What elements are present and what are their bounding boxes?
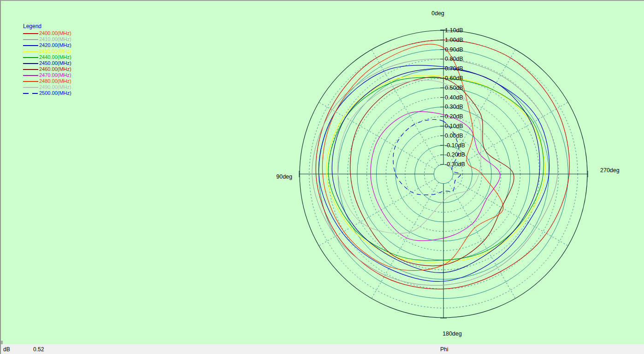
legend-line-swatch: [23, 69, 38, 70]
legend-entry[interactable]: 2460.00(MHz): [23, 66, 71, 72]
series-curve: [328, 77, 544, 261]
legend-line-swatch: [23, 33, 38, 34]
legend-line-swatch: [23, 81, 38, 82]
angle-label: 270deg: [600, 167, 620, 174]
radial-tick-label: 1.00dB: [445, 37, 463, 43]
legend-entry-label: 2440.00(MHz): [39, 54, 71, 60]
status-axis-label: Phi: [440, 346, 448, 353]
radial-tick-label: 0.80dB: [445, 56, 463, 62]
legend-line-swatch: [23, 39, 38, 40]
legend-line-swatch: [23, 45, 38, 46]
legend-entry[interactable]: 2500.00(MHz): [23, 90, 71, 96]
legend-entry[interactable]: 2440.00(MHz): [23, 54, 71, 60]
legend-entry-label: 2460.00(MHz): [39, 66, 71, 72]
legend-title: Legend: [23, 23, 71, 29]
series-curve: [326, 75, 545, 262]
radial-tick-label: -0.30dB: [445, 161, 465, 168]
legend-entry-label: 2420.00(MHz): [39, 42, 71, 48]
radial-tick-label: 0.70dB: [445, 65, 463, 72]
legend-entry[interactable]: 2430.00(MHz): [23, 48, 71, 54]
status-bar: dB 0.52 Phi: [1, 344, 644, 354]
status-cursor-value: 0.52: [33, 346, 44, 353]
plot-window: 1.10dB1.00dB0.90dB0.80dB0.70dB0.60dB0.50…: [0, 0, 644, 354]
legend-entry[interactable]: 2450.00(MHz): [23, 60, 71, 66]
legend-line-swatch: [23, 51, 38, 52]
legend-entry[interactable]: 2490.00(MHz): [23, 84, 71, 90]
legend-entry[interactable]: 2420.00(MHz): [23, 42, 71, 48]
radial-tick-label: 1.10dB: [445, 27, 463, 34]
series-curve: [350, 77, 514, 266]
legend-line-swatch: [23, 75, 38, 76]
radial-tick-label: 0.40dB: [445, 94, 463, 101]
legend-entry-label: 2500.00(MHz): [39, 90, 71, 96]
legend-line-swatch: [23, 87, 38, 88]
radial-tick-label: 0.90dB: [445, 46, 463, 53]
legend-line-swatch: [23, 57, 38, 58]
radial-tick-label: 0.30dB: [445, 104, 463, 110]
radial-tick-label: 0.60dB: [445, 75, 463, 81]
radial-tick-label: 0.10dB: [445, 123, 463, 129]
radial-tick-label: -0.20dB: [445, 151, 465, 158]
angle-label: 180deg: [443, 331, 462, 337]
legend-entry[interactable]: 2470.00(MHz): [23, 72, 71, 78]
polar-chart-canvas[interactable]: 1.10dB1.00dB0.90dB0.80dB0.70dB0.60dB0.50…: [1, 1, 644, 346]
legend-entry-label: 2430.00(MHz): [39, 48, 71, 54]
legend-panel: Legend 2400.00(MHz)2410.00(MHz)2420.00(M…: [23, 23, 71, 96]
legend-entry-label: 2400.00(MHz): [39, 30, 71, 36]
legend-entry-label: 2490.00(MHz): [39, 84, 71, 90]
legend-entry[interactable]: 2480.00(MHz): [23, 78, 71, 84]
legend-line-swatch: [23, 63, 38, 64]
radial-tick-label: 0.00dB: [445, 133, 463, 139]
status-unit-label: dB: [3, 346, 10, 353]
legend-entry-label: 2410.00(MHz): [39, 36, 71, 42]
legend-entry[interactable]: 2410.00(MHz): [23, 36, 71, 42]
legend-entry-label: 2470.00(MHz): [39, 72, 71, 78]
legend-entry-label: 2480.00(MHz): [39, 78, 71, 84]
radial-tick-label: -0.10dB: [445, 142, 465, 149]
legend-entries: 2400.00(MHz)2410.00(MHz)2420.00(MHz)2430…: [23, 30, 71, 96]
angle-label: 90deg: [276, 174, 292, 180]
legend-entry-label: 2450.00(MHz): [39, 60, 71, 66]
legend-line-swatch: [23, 93, 38, 94]
radial-tick-label: 0.50dB: [445, 85, 463, 91]
legend-entry[interactable]: 2400.00(MHz): [23, 30, 71, 36]
radial-tick-label: 0.20dB: [445, 113, 463, 120]
angle-label: 0deg: [431, 10, 444, 17]
